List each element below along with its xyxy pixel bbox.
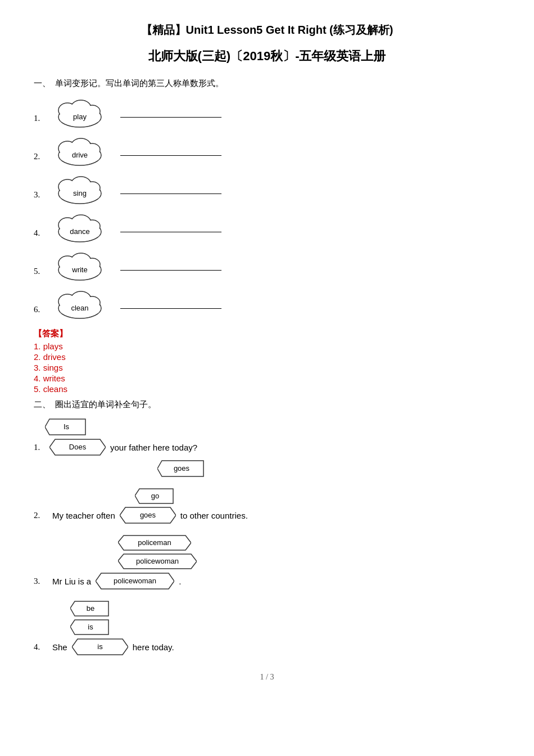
svg-text:is: is — [88, 623, 93, 631]
svg-text:is: is — [97, 642, 103, 651]
svg-point-7 — [85, 106, 99, 117]
q2-4-after: here today. — [133, 642, 174, 652]
svg-text:dance: dance — [70, 227, 89, 236]
section2-items: Is 1. Does your father here today? goes … — [34, 418, 500, 656]
exercise-item-2: 2. drive — [34, 133, 500, 169]
svg-text:play: play — [73, 112, 87, 121]
q2-3-num: 3. — [34, 577, 48, 586]
item-num-4: 4. — [34, 228, 45, 238]
item-num-6: 6. — [34, 305, 45, 314]
answer-line-3 — [120, 184, 221, 194]
q2-item-2: go 2. My teacher often goes to other cou… — [34, 488, 500, 524]
q2-item-4: be is 4. She is here today. — [34, 600, 500, 656]
main-title: 【精品】Unit1 Lesson5 Get It Right (练习及解析) — [34, 22, 500, 38]
answer-line-4 — [120, 222, 221, 232]
answer-line-2 — [120, 146, 221, 156]
svg-text:go: go — [151, 492, 159, 500]
cloud-1: play — [52, 94, 108, 130]
cloud-4: dance — [52, 209, 108, 245]
page-number: 1 / 3 — [34, 673, 500, 682]
item-num-1: 1. — [34, 114, 45, 123]
answer-1: 1. plays — [34, 341, 500, 351]
item-num-2: 2. — [34, 152, 45, 161]
answer-4: 4. writes — [34, 374, 500, 383]
item-num-3: 3. — [34, 190, 45, 200]
section1-num: 一、 — [34, 78, 51, 89]
svg-text:write: write — [71, 266, 87, 274]
q2-3-after: . — [179, 577, 181, 586]
q2-item-3: policeman policewoman 3. Mr Liu is a pol… — [34, 534, 500, 590]
q2-1-after: your father here today? — [110, 443, 197, 452]
svg-text:policeman: policeman — [138, 538, 171, 547]
svg-text:sing: sing — [73, 189, 87, 197]
q2-4-num: 4. — [34, 642, 48, 652]
exercise-item-5: 5. write — [34, 248, 500, 284]
answer-3: 3. sings — [34, 363, 500, 372]
answer-line-1 — [120, 107, 221, 118]
q2-2-prefix: My teacher often — [52, 511, 115, 520]
svg-point-25 — [85, 182, 99, 194]
cloud-6: clean — [52, 286, 108, 322]
answer-line-5 — [120, 260, 221, 271]
svg-text:goes: goes — [140, 511, 156, 519]
answer-line-6 — [120, 299, 221, 309]
section2-num: 二、 — [34, 399, 51, 410]
item-num-5: 5. — [34, 267, 45, 276]
svg-text:Is: Is — [64, 422, 70, 431]
svg-text:policewoman: policewoman — [136, 557, 179, 565]
svg-text:policewoman: policewoman — [114, 577, 156, 585]
section1-header: 一、 单词变形记。写出单词的第三人称单数形式。 — [34, 78, 500, 89]
q2-item-1: Is 1. Does your father here today? goes — [34, 418, 500, 478]
answer-title-1: 【答案】 — [34, 328, 500, 339]
section1-items: 1. play 2. — [34, 94, 500, 322]
q2-2-after: to other countries. — [180, 511, 248, 520]
answer-5: 5. cleans — [34, 384, 500, 394]
q2-2-num: 2. — [34, 511, 48, 520]
svg-text:clean: clean — [71, 304, 88, 312]
exercise-item-1: 1. play — [34, 94, 500, 130]
exercise-item-4: 4. dance — [34, 209, 500, 245]
answer-2: 2. drives — [34, 352, 500, 362]
cloud-2: drive — [52, 133, 108, 169]
svg-text:goes: goes — [174, 464, 190, 472]
exercise-item-6: 6. clean — [34, 286, 500, 322]
cloud-3: sing — [52, 171, 108, 207]
cloud-5: write — [52, 248, 108, 284]
svg-text:drive: drive — [72, 151, 88, 159]
svg-text:be: be — [87, 604, 94, 613]
answer-section-1: 【答案】 1. plays 2. drives 3. sings 4. writ… — [34, 328, 500, 394]
q2-4-prefix: She — [52, 642, 67, 652]
exercise-item-3: 3. sing — [34, 171, 500, 207]
q2-3-prefix: Mr Liu is a — [52, 577, 91, 586]
svg-text:Does: Does — [69, 443, 87, 451]
sub-title: 北师大版(三起)〔2019秋〕-五年级英语上册 — [34, 48, 500, 65]
section2-instruction: 圈出适宜的单词补全句子。 — [55, 399, 156, 410]
q2-1-num: 1. — [34, 443, 45, 452]
section2-header: 二、 圈出适宜的单词补全句子。 — [34, 399, 500, 410]
section1-instruction: 单词变形记。写出单词的第三人称单数形式。 — [55, 78, 224, 89]
